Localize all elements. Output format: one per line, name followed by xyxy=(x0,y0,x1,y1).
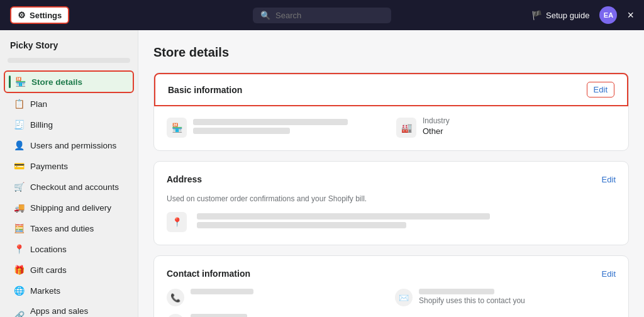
sidebar-item-label-plan: Plan xyxy=(30,99,47,109)
sidebar-store-name: Picky Story xyxy=(0,40,138,58)
gift-cards-icon: 🎁 xyxy=(14,265,24,275)
address-row: 📍 xyxy=(167,211,616,232)
sidebar-item-label-shipping: Shipping and delivery xyxy=(30,203,111,213)
page-title: Store details xyxy=(153,45,629,60)
phone-icon: 📞 xyxy=(167,289,184,306)
sidebar-item-apps-sales-channels[interactable]: 🔗 Apps and sales channels xyxy=(4,301,134,317)
industry-value: Industry Other xyxy=(423,116,616,136)
phone-value xyxy=(191,289,387,296)
industry-label: Industry xyxy=(423,116,616,125)
store-name-bar xyxy=(193,119,348,125)
sidebar-item-users-permissions[interactable]: 👤 Users and permissions xyxy=(4,135,134,155)
locations-icon: 📍 xyxy=(14,244,24,254)
address-card: Address Edit Used on customer order conf… xyxy=(153,161,629,245)
phone-contact-item: 📞 xyxy=(167,289,387,306)
basic-information-title: Basic information xyxy=(168,85,242,95)
sidebar-item-label-gift-cards: Gift cards xyxy=(30,265,67,275)
markets-icon: 🌐 xyxy=(14,286,24,296)
close-button[interactable]: × xyxy=(627,9,634,22)
search-input[interactable] xyxy=(275,11,384,20)
email-contact-item: ✉️ Customers see this if they email you xyxy=(167,314,387,317)
store-name-value xyxy=(193,116,386,134)
sidebar-item-shipping-delivery[interactable]: 🚚 Shipping and delivery xyxy=(4,197,134,218)
user-avatar[interactable]: EA xyxy=(599,6,617,24)
shopify-contact-note: Shopify uses this to contact you xyxy=(419,296,616,305)
sidebar-item-gift-cards[interactable]: 🎁 Gift cards xyxy=(4,260,134,280)
basic-information-header: Basic information Edit xyxy=(154,73,628,106)
sidebar-item-label-taxes: Taxes and duties xyxy=(30,224,94,233)
content-area: Store details Basic information Edit 🏪 🏭 xyxy=(138,30,644,317)
sidebar-search-bar xyxy=(8,58,130,63)
store-icon: 🏪 xyxy=(167,118,187,138)
search-icon: 🔍 xyxy=(260,11,270,20)
contact-grid: 📞 ✉️ Shopify uses this to contact you ✉️ xyxy=(167,289,616,317)
contact-information-title: Contact information xyxy=(167,269,250,279)
email-icon: ✉️ xyxy=(167,314,184,317)
store-name-col: 🏪 xyxy=(167,116,386,138)
contact-information-card: Contact information Edit 📞 ✉️ Shopify us… xyxy=(153,255,629,317)
industry-col: 🏭 Industry Other xyxy=(396,116,616,138)
checkout-icon: 🛒 xyxy=(14,182,24,192)
setup-guide-button[interactable]: 🏴 Setup guide xyxy=(531,10,589,20)
phone-bar xyxy=(191,289,253,294)
industry-icon: 🏭 xyxy=(396,118,416,138)
basic-information-card: Basic information Edit 🏪 🏭 Industry Othe… xyxy=(153,72,629,151)
contact-information-header: Contact information Edit xyxy=(167,269,616,279)
payments-icon: 💳 xyxy=(14,161,24,171)
sidebar-item-label-users: Users and permissions xyxy=(30,141,116,150)
settings-badge[interactable]: ⚙ Settings xyxy=(10,6,69,24)
sidebar-item-billing[interactable]: 🧾 Billing xyxy=(4,114,134,135)
sidebar-item-label-apps: Apps and sales channels xyxy=(30,306,124,317)
sidebar-item-locations[interactable]: 📍 Locations xyxy=(4,239,134,259)
taxes-icon: 🧮 xyxy=(14,223,24,233)
address-sub-label: Used on customer order confirmations and… xyxy=(167,194,616,203)
sidebar-item-label-payments: Payments xyxy=(30,162,68,171)
sidebar-item-checkout-accounts[interactable]: 🛒 Checkout and accounts xyxy=(4,177,134,197)
contact-edit-button[interactable]: Edit xyxy=(602,269,616,279)
sidebar-item-label-markets: Markets xyxy=(30,286,60,296)
store-name-bar2 xyxy=(193,128,290,134)
shopify-email-bar xyxy=(419,289,494,294)
address-title: Address xyxy=(167,174,202,184)
address-bar2 xyxy=(197,222,406,228)
address-pin-icon: 📍 xyxy=(167,212,187,232)
address-edit-button[interactable]: Edit xyxy=(602,175,616,184)
shopify-contact-item: ✉️ Shopify uses this to contact you xyxy=(395,289,616,306)
users-icon: 👤 xyxy=(14,140,24,150)
apps-icon: 🔗 xyxy=(14,311,24,317)
email-bar xyxy=(191,314,247,317)
topbar: ⚙ Settings 🔍 🏴 Setup guide EA × xyxy=(0,0,644,30)
shopify-contact-value: Shopify uses this to contact you xyxy=(419,289,616,305)
user-initials: EA xyxy=(604,11,613,19)
flag-icon: 🏴 xyxy=(531,10,542,20)
shipping-icon: 🚚 xyxy=(14,203,24,213)
sidebar-item-payments[interactable]: 💳 Payments xyxy=(4,156,134,176)
sidebar-item-label-checkout: Checkout and accounts xyxy=(30,182,119,192)
address-bar xyxy=(197,213,490,220)
sidebar-item-markets[interactable]: 🌐 Markets xyxy=(4,281,134,301)
gear-icon: ⚙ xyxy=(18,10,26,20)
address-field-value xyxy=(197,211,616,228)
setup-guide-label: Setup guide xyxy=(546,11,589,20)
basic-information-row: 🏪 🏭 Industry Other xyxy=(167,116,616,138)
main-layout: Picky Story 🏪 Store details 📋 Plan 🧾 Bil… xyxy=(0,30,644,317)
email-value: Customers see this if they email you xyxy=(191,314,387,317)
topbar-right: 🏴 Setup guide EA × xyxy=(531,6,634,24)
sidebar-item-plan[interactable]: 📋 Plan xyxy=(4,94,134,114)
sidebar-item-label-locations: Locations xyxy=(30,245,67,254)
address-header: Address Edit xyxy=(167,174,616,184)
sidebar-item-taxes-duties[interactable]: 🧮 Taxes and duties xyxy=(4,218,134,238)
sidebar-item-label-store-details: Store details xyxy=(31,77,82,87)
topbar-search-bar[interactable]: 🔍 xyxy=(253,8,391,23)
topbar-left: ⚙ Settings xyxy=(10,6,69,24)
plan-icon: 📋 xyxy=(14,99,24,109)
envelope-icon: ✉️ xyxy=(395,289,413,306)
industry-text: Other xyxy=(423,126,616,136)
sidebar: Picky Story 🏪 Store details 📋 Plan 🧾 Bil… xyxy=(0,30,138,317)
billing-icon: 🧾 xyxy=(14,120,24,130)
settings-label: Settings xyxy=(30,11,62,20)
sidebar-item-store-details[interactable]: 🏪 Store details xyxy=(4,70,134,93)
sidebar-item-label-billing: Billing xyxy=(30,120,53,130)
basic-information-edit-button[interactable]: Edit xyxy=(587,82,614,97)
store-details-icon: 🏪 xyxy=(15,77,25,87)
